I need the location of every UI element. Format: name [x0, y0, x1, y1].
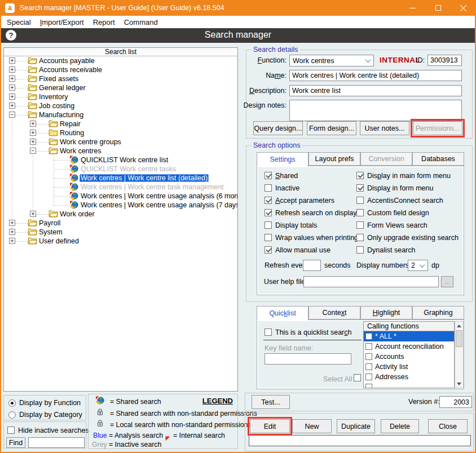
checkbox-accept-parameters[interactable]: Accept parameters	[265, 196, 334, 205]
calling-functions-scrollbar[interactable]	[455, 321, 464, 388]
expand-toggle[interactable]: +	[30, 121, 36, 127]
refresh-search-on-display-checkbox-box[interactable]	[265, 209, 272, 216]
expand-toggle[interactable]: +	[9, 85, 15, 91]
accept-parameters-checkbox-box[interactable]	[265, 197, 272, 204]
select-all-checkbox[interactable]	[354, 374, 361, 381]
tab-layout-prefs[interactable]: Layout prefs	[308, 152, 360, 166]
collapse-toggle[interactable]: −	[9, 112, 15, 118]
expand-toggle[interactable]: +	[9, 238, 15, 244]
menu-command[interactable]: Command	[120, 16, 162, 28]
expand-toggle[interactable]: +	[9, 66, 15, 73]
expand-toggle[interactable]: +	[30, 211, 36, 217]
radio-button[interactable]	[8, 411, 16, 419]
checkbox-inactive[interactable]: Inactive	[265, 184, 299, 192]
tree-item-work-centres-work-centre-usage-analysis-7-days[interactable]: Work centres | Work centre usage analysi…	[4, 201, 237, 210]
expand-toggle[interactable]: +	[9, 94, 15, 100]
tree-item-inventory[interactable]: +Inventory	[4, 92, 237, 101]
calling-function-checkbox[interactable]	[365, 343, 372, 350]
calling-function-checkbox[interactable]	[365, 374, 372, 380]
tree-item-quicklist-work-centre-list[interactable]: QUICKLIST Work centre list	[4, 156, 237, 165]
tree-item-work-centres-work-centre-usage-analysis-6-months[interactable]: Work centres | Work centre usage analysi…	[4, 192, 237, 201]
tab-highlight[interactable]: Highlight	[360, 306, 412, 319]
calling-function-row-all[interactable]: * ALL *	[364, 331, 454, 341]
checkbox-form-views-search[interactable]: Form Views search	[356, 221, 427, 229]
tree-item-payroll[interactable]: +Payroll	[4, 219, 237, 228]
menu-special[interactable]: Special	[2, 16, 36, 28]
wrap-values-when-printing-checkbox-box[interactable]	[265, 234, 272, 241]
tree-item-user-defined[interactable]: +User defined	[4, 237, 237, 246]
scrollbar-thumb[interactable]	[456, 330, 462, 347]
test-button[interactable]: Test...	[252, 395, 290, 409]
calling-function-row-accounts[interactable]: Accounts	[364, 352, 454, 362]
tree-item-general-ledger[interactable]: +General ledger	[4, 83, 237, 92]
minimize-button[interactable]	[400, 0, 425, 16]
tree-item-accounts-receivable[interactable]: +Accounts receivable	[4, 65, 237, 74]
only-upgrade-existing-search-checkbox-box[interactable]	[356, 234, 364, 241]
checkbox-only-upgrade-existing-search[interactable]: Only upgrade existing search	[356, 233, 459, 242]
expand-toggle[interactable]: +	[9, 76, 15, 82]
design-notes-input[interactable]	[289, 100, 462, 121]
display-in-form-menu-checkbox-box[interactable]	[356, 184, 364, 192]
name-input[interactable]	[289, 70, 462, 81]
user-help-file-input[interactable]	[303, 276, 439, 287]
menu-report[interactable]: Report	[89, 16, 120, 28]
calling-function-checkbox[interactable]	[365, 363, 372, 370]
status-input[interactable]	[249, 435, 471, 446]
collapse-toggle[interactable]: −	[30, 148, 36, 154]
expand-toggle[interactable]: +	[9, 229, 15, 235]
query-design-button[interactable]: Query design...	[253, 121, 303, 135]
scroll-up-button[interactable]	[455, 322, 463, 330]
calling-function-checkbox[interactable]	[365, 384, 372, 388]
checkbox-custom-field-design[interactable]: Custom field design	[356, 208, 429, 217]
close-button[interactable]	[451, 0, 476, 16]
key-field-name-input[interactable]	[265, 353, 351, 365]
hide-inactive-checkbox-box[interactable]	[7, 427, 15, 434]
find-input[interactable]	[28, 437, 85, 448]
tree-item-routing[interactable]: +Routing	[4, 128, 237, 137]
inactive-checkbox-box[interactable]	[265, 184, 272, 192]
decimal-places-dropdown[interactable]: 2	[408, 260, 428, 271]
description-input[interactable]	[289, 85, 462, 96]
expand-toggle[interactable]: +	[30, 130, 36, 136]
tab-databases[interactable]: Databases	[412, 152, 464, 166]
expand-toggle[interactable]: +	[30, 139, 36, 145]
tree-item-fixed-assets[interactable]: +Fixed assets	[4, 74, 237, 83]
duplicate-button[interactable]: Duplicate	[337, 419, 375, 433]
custom-field-design-checkbox-box[interactable]	[356, 209, 364, 216]
maximize-button[interactable]	[425, 0, 451, 16]
close-button[interactable]: Close	[428, 419, 468, 433]
tree-item-job-costing[interactable]: +Job costing	[4, 101, 237, 110]
checkbox-accentisconnect-search[interactable]: AccentisConnect search	[356, 196, 443, 205]
radio-button[interactable]	[8, 399, 16, 407]
checkbox-shared[interactable]: Shared	[265, 171, 298, 180]
tree-item-accounts-payable[interactable]: +Accounts payable	[4, 56, 237, 65]
display-totals-checkbox-box[interactable]	[265, 221, 272, 229]
hide-inactive-checkbox[interactable]: Hide inactive searches	[7, 426, 89, 434]
find-button[interactable]: Find	[6, 437, 25, 448]
new-button[interactable]: New	[292, 419, 332, 433]
tree-item-repair[interactable]: +Repair	[4, 119, 237, 128]
tab-quicklist[interactable]: Quicklist	[257, 306, 308, 321]
tree-item-work-centres-work-centre-task-management[interactable]: Work centres | Work centre task manageme…	[4, 183, 237, 192]
checkbox-display-totals[interactable]: Display totals	[265, 221, 317, 229]
edit-button[interactable]: Edit	[250, 419, 290, 433]
radio-display-by-function[interactable]: Display by Function	[8, 399, 81, 407]
tree-item-manufacturing[interactable]: −Manufacturing	[4, 110, 237, 119]
calling-function-row[interactable]	[364, 382, 454, 388]
allow-manual-use-checkbox-box[interactable]	[265, 246, 272, 254]
search-tree[interactable]: +Accounts payable+Accounts receivable+Fi…	[4, 56, 237, 391]
calling-functions-header[interactable]: Calling functions	[364, 322, 454, 331]
tree-item-system[interactable]: +System	[4, 228, 237, 237]
checkbox-refresh-search-on-display[interactable]: Refresh search on display	[265, 208, 357, 217]
tree-item-work-order[interactable]: +Work order	[4, 210, 237, 219]
id-input[interactable]	[427, 55, 462, 66]
checkbox-display-in-main-form-menu[interactable]: Display in main form menu	[356, 171, 451, 180]
calling-function-row-addresses[interactable]: Addresses	[364, 372, 454, 382]
tab-context[interactable]: Context	[308, 306, 360, 319]
version-input[interactable]	[439, 396, 472, 408]
calling-function-row-account-reconciliation[interactable]: Account reconciliation	[364, 341, 454, 352]
calling-function-checkbox[interactable]	[365, 353, 372, 360]
form-views-search-checkbox-box[interactable]	[356, 221, 364, 229]
radio-display-by-category[interactable]: Display by Category	[8, 411, 82, 419]
checkbox-allow-manual-use[interactable]: Allow manual use	[265, 246, 330, 254]
